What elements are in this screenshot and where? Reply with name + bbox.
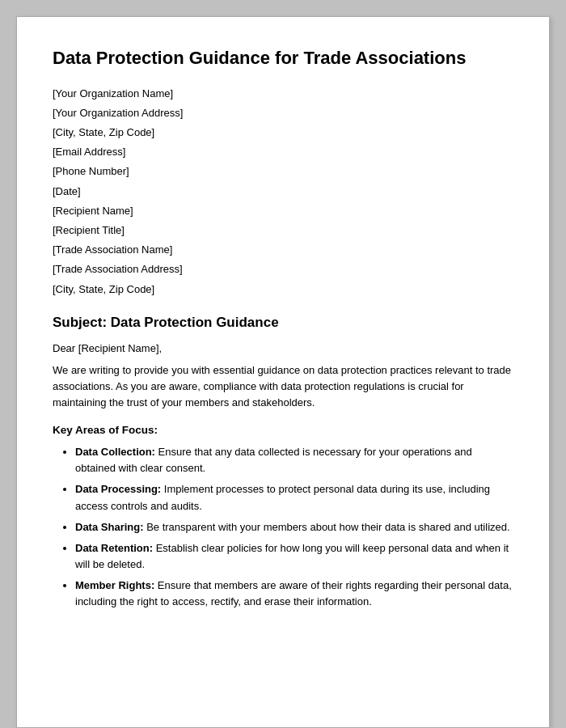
document-title: Data Protection Guidance for Trade Assoc… [53,46,513,70]
salutation: Dear [Recipient Name], [53,342,513,354]
address-line: [City, State, Zip Code] [53,282,513,297]
list-item: Data Sharing: Be transparent with your m… [75,519,513,535]
bullet-list: Data Collection: Ensure that any data co… [75,444,513,610]
address-line: [Date] [53,184,513,199]
intro-paragraph: We are writing to provide you with essen… [53,362,513,411]
address-line: [Your Organization Name] [53,87,513,101]
address-line: [Recipient Title] [53,223,513,238]
address-line: [Trade Association Name] [53,243,513,257]
list-item: Data Retention: Establish clear policies… [75,540,513,573]
address-line: [City, State, Zip Code] [53,125,513,140]
subject-line: Subject: Data Protection Guidance [53,315,513,331]
address-line: [Recipient Name] [53,204,513,218]
list-item: Data Collection: Ensure that any data co… [75,444,513,476]
list-item: Member Rights: Ensure that members are a… [75,578,513,610]
address-line: [Phone Number] [53,164,513,179]
list-item: Data Processing: Implement processes to … [75,481,513,514]
key-areas-heading: Key Areas of Focus: [53,424,513,436]
address-line: [Email Address] [53,145,513,159]
address-line: [Your Organization Address] [53,106,513,121]
document-container: Data Protection Guidance for Trade Assoc… [16,16,550,728]
address-line: [Trade Association Address] [53,262,513,277]
address-block: [Your Organization Name][Your Organizati… [53,87,513,297]
